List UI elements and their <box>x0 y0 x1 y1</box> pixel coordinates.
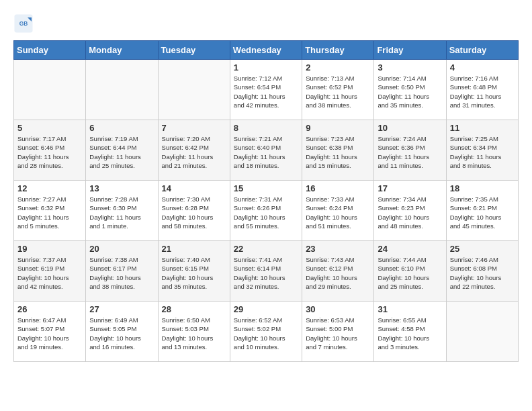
day-number: 1 <box>234 62 298 73</box>
day-number: 28 <box>162 304 226 314</box>
day-cell: 22Sunrise: 7:41 AM Sunset: 6:14 PM Dayli… <box>230 241 302 302</box>
day-number: 11 <box>450 123 515 133</box>
day-info: Sunrise: 7:21 AM Sunset: 6:40 PM Dayligh… <box>234 134 298 170</box>
day-number: 6 <box>89 123 154 133</box>
day-info: Sunrise: 7:23 AM Sunset: 6:38 PM Dayligh… <box>306 134 370 170</box>
day-cell: 30Sunrise: 6:53 AM Sunset: 5:00 PM Dayli… <box>302 302 374 362</box>
day-info: Sunrise: 7:17 AM Sunset: 6:46 PM Dayligh… <box>17 134 82 170</box>
day-info: Sunrise: 7:25 AM Sunset: 6:34 PM Dayligh… <box>450 134 515 170</box>
day-info: Sunrise: 7:33 AM Sunset: 6:24 PM Dayligh… <box>306 195 370 230</box>
logo: GB <box>13 13 36 34</box>
day-info: Sunrise: 7:44 AM Sunset: 6:10 PM Dayligh… <box>378 255 442 291</box>
day-cell: 3Sunrise: 7:14 AM Sunset: 6:50 PM Daylig… <box>374 60 446 120</box>
day-info: Sunrise: 7:12 AM Sunset: 6:54 PM Dayligh… <box>234 74 298 109</box>
day-number: 2 <box>306 62 370 73</box>
day-info: Sunrise: 7:41 AM Sunset: 6:14 PM Dayligh… <box>234 255 298 291</box>
column-header-saturday: Saturday <box>446 41 518 60</box>
day-number: 21 <box>162 244 226 254</box>
column-header-wednesday: Wednesday <box>230 41 302 60</box>
week-row-5: 26Sunrise: 6:47 AM Sunset: 5:07 PM Dayli… <box>14 302 519 362</box>
day-cell <box>14 60 86 120</box>
day-cell: 8Sunrise: 7:21 AM Sunset: 6:40 PM Daylig… <box>230 120 302 181</box>
day-cell <box>158 60 230 120</box>
day-number: 18 <box>450 183 515 193</box>
day-cell: 11Sunrise: 7:25 AM Sunset: 6:34 PM Dayli… <box>446 120 518 181</box>
day-number: 31 <box>378 304 442 314</box>
day-number: 14 <box>162 183 226 193</box>
day-number: 25 <box>450 244 515 254</box>
calendar-table: SundayMondayTuesdayWednesdayThursdayFrid… <box>13 40 519 362</box>
day-cell: 18Sunrise: 7:35 AM Sunset: 6:21 PM Dayli… <box>446 181 518 241</box>
day-cell: 24Sunrise: 7:44 AM Sunset: 6:10 PM Dayli… <box>374 241 446 302</box>
header-row: SundayMondayTuesdayWednesdayThursdayFrid… <box>14 41 519 60</box>
day-cell: 19Sunrise: 7:37 AM Sunset: 6:19 PM Dayli… <box>14 241 86 302</box>
week-row-1: 1Sunrise: 7:12 AM Sunset: 6:54 PM Daylig… <box>14 60 519 120</box>
day-number: 20 <box>89 244 154 254</box>
day-cell: 21Sunrise: 7:40 AM Sunset: 6:15 PM Dayli… <box>158 241 230 302</box>
day-cell <box>86 60 158 120</box>
day-info: Sunrise: 6:55 AM Sunset: 4:58 PM Dayligh… <box>378 316 442 351</box>
day-cell: 10Sunrise: 7:24 AM Sunset: 6:36 PM Dayli… <box>374 120 446 181</box>
day-number: 10 <box>378 123 442 133</box>
day-info: Sunrise: 6:49 AM Sunset: 5:05 PM Dayligh… <box>89 316 154 351</box>
day-cell: 4Sunrise: 7:16 AM Sunset: 6:48 PM Daylig… <box>446 60 518 120</box>
day-info: Sunrise: 7:34 AM Sunset: 6:23 PM Dayligh… <box>378 195 442 230</box>
day-info: Sunrise: 7:30 AM Sunset: 6:28 PM Dayligh… <box>162 195 226 230</box>
week-row-4: 19Sunrise: 7:37 AM Sunset: 6:19 PM Dayli… <box>14 241 519 302</box>
logo-icon: GB <box>13 13 34 34</box>
day-number: 13 <box>89 183 154 193</box>
day-info: Sunrise: 7:40 AM Sunset: 6:15 PM Dayligh… <box>162 255 226 291</box>
day-cell: 25Sunrise: 7:46 AM Sunset: 6:08 PM Dayli… <box>446 241 518 302</box>
day-number: 24 <box>378 244 442 254</box>
column-header-friday: Friday <box>374 41 446 60</box>
day-number: 27 <box>89 304 154 314</box>
day-info: Sunrise: 7:37 AM Sunset: 6:19 PM Dayligh… <box>17 255 82 291</box>
day-cell: 23Sunrise: 7:43 AM Sunset: 6:12 PM Dayli… <box>302 241 374 302</box>
day-cell: 26Sunrise: 6:47 AM Sunset: 5:07 PM Dayli… <box>14 302 86 362</box>
day-cell: 29Sunrise: 6:52 AM Sunset: 5:02 PM Dayli… <box>230 302 302 362</box>
day-info: Sunrise: 6:52 AM Sunset: 5:02 PM Dayligh… <box>234 316 298 351</box>
page-header: GB <box>13 13 519 34</box>
day-number: 19 <box>17 244 82 254</box>
day-info: Sunrise: 7:16 AM Sunset: 6:48 PM Dayligh… <box>450 74 515 109</box>
column-header-monday: Monday <box>86 41 158 60</box>
day-cell: 12Sunrise: 7:27 AM Sunset: 6:32 PM Dayli… <box>14 181 86 241</box>
day-info: Sunrise: 6:50 AM Sunset: 5:03 PM Dayligh… <box>162 316 226 351</box>
day-cell: 15Sunrise: 7:31 AM Sunset: 6:26 PM Dayli… <box>230 181 302 241</box>
day-info: Sunrise: 7:38 AM Sunset: 6:17 PM Dayligh… <box>89 255 154 291</box>
day-number: 4 <box>450 62 515 73</box>
day-cell: 14Sunrise: 7:30 AM Sunset: 6:28 PM Dayli… <box>158 181 230 241</box>
day-info: Sunrise: 7:19 AM Sunset: 6:44 PM Dayligh… <box>89 134 154 170</box>
day-cell: 5Sunrise: 7:17 AM Sunset: 6:46 PM Daylig… <box>14 120 86 181</box>
day-cell: 13Sunrise: 7:28 AM Sunset: 6:30 PM Dayli… <box>86 181 158 241</box>
day-cell: 31Sunrise: 6:55 AM Sunset: 4:58 PM Dayli… <box>374 302 446 362</box>
day-info: Sunrise: 7:43 AM Sunset: 6:12 PM Dayligh… <box>306 255 370 291</box>
day-cell: 2Sunrise: 7:13 AM Sunset: 6:52 PM Daylig… <box>302 60 374 120</box>
day-info: Sunrise: 7:27 AM Sunset: 6:32 PM Dayligh… <box>17 195 82 230</box>
day-info: Sunrise: 7:28 AM Sunset: 6:30 PM Dayligh… <box>89 195 154 230</box>
day-number: 12 <box>17 183 82 193</box>
day-cell <box>446 302 518 362</box>
day-info: Sunrise: 7:13 AM Sunset: 6:52 PM Dayligh… <box>306 74 370 109</box>
day-cell: 1Sunrise: 7:12 AM Sunset: 6:54 PM Daylig… <box>230 60 302 120</box>
day-cell: 27Sunrise: 6:49 AM Sunset: 5:05 PM Dayli… <box>86 302 158 362</box>
day-number: 29 <box>234 304 298 314</box>
column-header-tuesday: Tuesday <box>158 41 230 60</box>
day-info: Sunrise: 7:20 AM Sunset: 6:42 PM Dayligh… <box>162 134 226 170</box>
day-info: Sunrise: 6:53 AM Sunset: 5:00 PM Dayligh… <box>306 316 370 351</box>
column-header-sunday: Sunday <box>14 41 86 60</box>
day-number: 3 <box>378 62 442 73</box>
day-cell: 9Sunrise: 7:23 AM Sunset: 6:38 PM Daylig… <box>302 120 374 181</box>
day-info: Sunrise: 7:46 AM Sunset: 6:08 PM Dayligh… <box>450 255 515 291</box>
day-cell: 16Sunrise: 7:33 AM Sunset: 6:24 PM Dayli… <box>302 181 374 241</box>
day-number: 22 <box>234 244 298 254</box>
day-number: 5 <box>17 123 82 133</box>
day-info: Sunrise: 7:35 AM Sunset: 6:21 PM Dayligh… <box>450 195 515 230</box>
day-cell: 28Sunrise: 6:50 AM Sunset: 5:03 PM Dayli… <box>158 302 230 362</box>
svg-text:GB: GB <box>19 21 28 27</box>
week-row-2: 5Sunrise: 7:17 AM Sunset: 6:46 PM Daylig… <box>14 120 519 181</box>
day-info: Sunrise: 7:14 AM Sunset: 6:50 PM Dayligh… <box>378 74 442 109</box>
day-number: 16 <box>306 183 370 193</box>
day-number: 30 <box>306 304 370 314</box>
column-header-thursday: Thursday <box>302 41 374 60</box>
